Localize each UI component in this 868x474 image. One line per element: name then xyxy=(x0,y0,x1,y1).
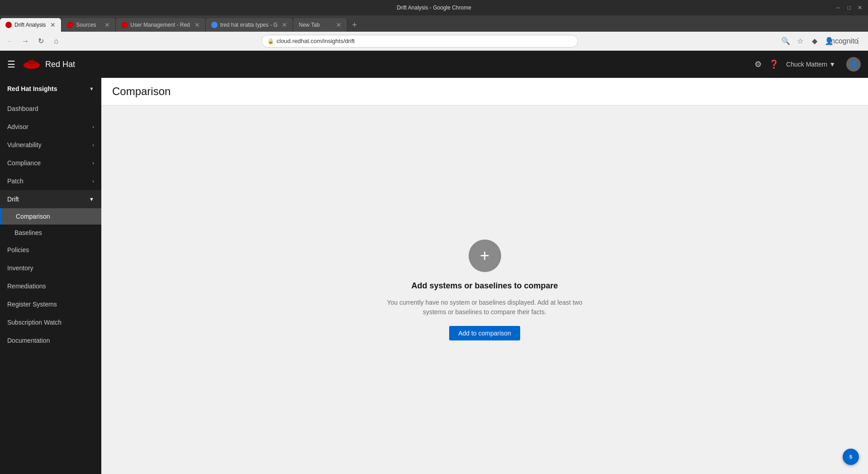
empty-state-heading: Add systems or baselines to compare xyxy=(411,281,558,291)
sidebar-item-advisor[interactable]: Advisor › xyxy=(0,118,101,136)
tab-close-google[interactable]: ✕ xyxy=(282,21,287,29)
lock-icon: 🔒 xyxy=(267,38,274,44)
browser-title-bar: Drift Analysis - Google Chrome – □ ✕ xyxy=(0,0,868,15)
sidebar-item-label-subscription-watch: Subscription Watch xyxy=(7,319,62,326)
browser-icons-right: 🔍 ☆ ◆ 👤 Incognito ⋮ xyxy=(779,35,864,48)
sidebar-item-inventory[interactable]: Inventory xyxy=(0,259,101,277)
sidebar-compliance-chevron-icon: › xyxy=(92,160,94,166)
tab-drift[interactable]: Drift Analysis ✕ xyxy=(0,18,62,32)
tab-new[interactable]: New Tab ✕ xyxy=(293,18,347,32)
sidebar-app-name: Red Hat Insights xyxy=(7,85,57,92)
tab-label-user-mgmt: User Management - Red xyxy=(130,22,190,28)
tab-close-sources[interactable]: ✕ xyxy=(104,21,110,29)
tab-favicon-sources xyxy=(67,22,73,28)
sidebar-item-label-compliance: Compliance xyxy=(7,159,41,167)
main-layout: Red Hat Insights ▼ Dashboard Advisor › V… xyxy=(0,78,868,474)
home-button[interactable]: ⌂ xyxy=(50,35,62,48)
sidebar-item-subscription-watch[interactable]: Subscription Watch xyxy=(0,313,101,331)
tab-favicon-google xyxy=(211,22,218,28)
new-tab-button[interactable]: + xyxy=(347,18,361,32)
page-title: Comparison xyxy=(112,85,857,98)
user-name[interactable]: Chuck Mattern ▼ xyxy=(786,61,835,68)
sidebar-item-patch[interactable]: Patch › xyxy=(0,172,101,190)
sidebar-sub-item-baselines[interactable]: Baselines xyxy=(0,225,101,241)
help-button[interactable]: ❓ xyxy=(769,59,779,69)
tab-user-mgmt[interactable]: User Management - Red ✕ xyxy=(116,18,205,32)
sidebar-drift-chevron-icon: ▼ xyxy=(89,196,94,202)
sidebar-app-chevron-icon: ▼ xyxy=(89,86,94,91)
tab-favicon-user-mgmt xyxy=(121,22,128,28)
reload-button[interactable]: ↻ xyxy=(34,35,47,48)
tab-favicon-drift xyxy=(5,22,12,28)
sidebar-item-label-dashboard: Dashboard xyxy=(7,105,38,112)
address-field[interactable]: 🔒 cloud.redhat.com/insights/drift xyxy=(261,35,578,48)
sidebar-item-label-vulnerability: Vulnerability xyxy=(7,141,42,148)
red-hat-logo[interactable]: Red Hat xyxy=(23,57,75,72)
sidebar-advisor-chevron-icon: › xyxy=(92,124,94,129)
bookmark-manager-icon[interactable]: ☆ xyxy=(794,35,806,48)
sidebar-vulnerability-chevron-icon: › xyxy=(92,142,94,148)
hamburger-button[interactable]: ☰ xyxy=(7,59,15,70)
back-button[interactable]: ← xyxy=(4,35,16,48)
minimize-button[interactable]: – xyxy=(835,5,842,11)
sidebar-item-drift[interactable]: Drift ▼ xyxy=(0,190,101,208)
window-controls: – □ ✕ xyxy=(835,5,863,11)
tab-google[interactable]: tred hat eratta types - G ✕ xyxy=(206,18,294,32)
sidebar-sub-item-label-comparison: Comparison xyxy=(16,213,50,220)
search-icon-btn[interactable]: 🔍 xyxy=(779,35,792,48)
red-hat-logo-text: Red Hat xyxy=(45,60,75,69)
tab-label-sources: Sources xyxy=(76,22,100,28)
sidebar-item-register-systems[interactable]: Register Systems xyxy=(0,295,101,313)
svg-point-2 xyxy=(28,60,35,65)
settings-button[interactable]: ⚙ xyxy=(754,59,762,69)
sidebar-item-dashboard[interactable]: Dashboard xyxy=(0,100,101,118)
browser-address-bar: ← → ↻ ⌂ 🔒 cloud.redhat.com/insights/drif… xyxy=(0,32,868,51)
menu-icon-btn[interactable]: ⋮ xyxy=(852,35,864,48)
app-container: ☰ Red Hat ⚙ ❓ Chuck Mattern ▼ 👤 xyxy=(0,51,868,474)
user-name-text: Chuck Mattern xyxy=(786,61,827,68)
empty-state-description: You currently have no system or baseline… xyxy=(385,298,584,317)
user-avatar[interactable]: 👤 xyxy=(846,57,861,72)
top-nav-icons: ⚙ ❓ Chuck Mattern ▼ 👤 xyxy=(754,57,861,72)
sidebar-item-label-remediations: Remediations xyxy=(7,282,46,290)
user-dropdown-icon: ▼ xyxy=(829,61,835,68)
tab-close-new[interactable]: ✕ xyxy=(336,21,342,29)
content-area: Comparison + Add systems or baselines to… xyxy=(101,78,868,474)
sidebar-item-label-register-systems: Register Systems xyxy=(7,301,57,308)
sidebar-item-documentation[interactable]: Documentation xyxy=(0,331,101,350)
sidebar-item-vulnerability[interactable]: Vulnerability › xyxy=(0,136,101,154)
empty-state: + Add systems or baselines to compare Yo… xyxy=(385,239,584,340)
tab-close-drift[interactable]: ✕ xyxy=(50,21,56,29)
browser-window: Drift Analysis - Google Chrome – □ ✕ Dri… xyxy=(0,0,868,474)
close-button[interactable]: ✕ xyxy=(856,5,863,11)
add-systems-icon: + xyxy=(469,239,501,272)
notification-badge[interactable]: 5 xyxy=(843,449,859,465)
sidebar-app-header[interactable]: Red Hat Insights ▼ xyxy=(0,78,101,100)
restore-button[interactable]: □ xyxy=(845,5,853,11)
page-body: + Add systems or baselines to compare Yo… xyxy=(101,105,868,474)
forward-button[interactable]: → xyxy=(19,35,32,48)
sidebar-sub-item-label-baselines: Baselines xyxy=(14,229,42,236)
address-text: cloud.redhat.com/insights/drift xyxy=(277,38,355,44)
sidebar-item-label-patch: Patch xyxy=(7,177,24,185)
add-to-comparison-button[interactable]: Add to comparison xyxy=(449,326,520,340)
page-header: Comparison xyxy=(101,78,868,105)
sidebar-item-remediations[interactable]: Remediations xyxy=(0,277,101,295)
tab-close-user-mgmt[interactable]: ✕ xyxy=(194,21,200,29)
sidebar-item-label-drift: Drift xyxy=(7,196,19,203)
sidebar-item-label-documentation: Documentation xyxy=(7,337,50,344)
extensions-icon[interactable]: ◆ xyxy=(808,35,821,48)
sidebar-item-compliance[interactable]: Compliance › xyxy=(0,154,101,172)
tab-label-drift: Drift Analysis xyxy=(14,22,46,28)
sidebar-item-policies[interactable]: Policies xyxy=(0,241,101,259)
tab-label-google: tred hat eratta types - G xyxy=(220,22,278,28)
sidebar-item-label-inventory: Inventory xyxy=(7,264,33,272)
sidebar: Red Hat Insights ▼ Dashboard Advisor › V… xyxy=(0,78,101,474)
notification-count: 5 xyxy=(849,454,852,460)
sidebar-sub-item-comparison[interactable]: Comparison xyxy=(0,208,101,225)
sidebar-patch-chevron-icon: › xyxy=(92,178,94,184)
browser-title: Drift Analysis - Google Chrome xyxy=(397,5,471,11)
incognito-label: Incognito xyxy=(837,35,850,48)
sidebar-item-label-advisor: Advisor xyxy=(7,123,28,130)
tab-sources[interactable]: Sources ✕ xyxy=(62,18,116,32)
